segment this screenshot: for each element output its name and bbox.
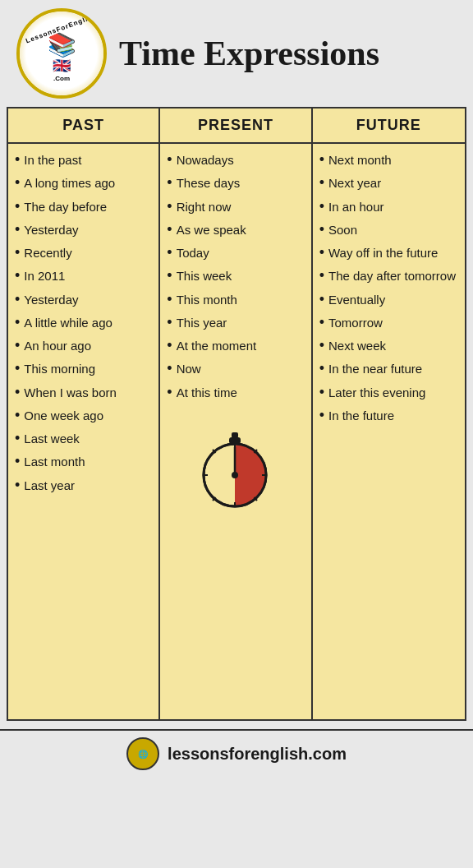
list-item: •In the near future: [319, 361, 458, 377]
list-item-text: Next month: [328, 152, 392, 169]
list-item-text: Now: [177, 361, 201, 377]
bullet-icon: •: [15, 222, 20, 238]
list-item-text: Nowadays: [177, 152, 234, 169]
past-header: PAST: [8, 108, 160, 142]
bullet-icon: •: [319, 408, 324, 424]
bullet-icon: •: [167, 292, 172, 308]
list-item: •When I was born: [15, 385, 152, 401]
list-item-text: When I was born: [24, 385, 117, 401]
list-item-text: This week: [177, 268, 232, 284]
bullet-icon: •: [15, 408, 20, 424]
list-item-text: Tomorrow: [328, 315, 383, 331]
list-item: •Eventually: [319, 292, 458, 308]
list-item: •Soon: [319, 222, 458, 238]
logo: LessonsForEnglish 📚 🇬🇧 .Com: [16, 8, 107, 99]
bullet-icon: •: [319, 268, 324, 284]
bullet-icon: •: [319, 152, 324, 169]
list-item: •These days: [167, 175, 304, 192]
bullet-icon: •: [15, 454, 20, 470]
bullet-icon: •: [15, 175, 20, 192]
list-item-text: In the future: [328, 408, 394, 424]
bullet-icon: •: [319, 361, 324, 377]
list-item-text: The day after tomorrow: [328, 268, 456, 284]
list-item-text: Eventually: [328, 292, 385, 308]
logo-flag-icon: 🇬🇧: [53, 57, 71, 75]
bullet-icon: •: [319, 338, 324, 354]
footer-logo-icon: 🌐: [138, 750, 148, 759]
bullet-icon: •: [15, 199, 20, 215]
future-column: •Next month•Next year•In an hour•Soon•Wa…: [313, 144, 465, 719]
list-item: •The day after tomorrow: [319, 268, 458, 284]
list-item: •Now: [167, 361, 304, 377]
list-item: •This month: [167, 292, 304, 308]
bullet-icon: •: [15, 315, 20, 331]
list-item-text: A long times ago: [24, 175, 115, 192]
future-header: FUTURE: [313, 108, 465, 142]
list-item: •Last year: [15, 478, 152, 494]
main-table: PAST PRESENT FUTURE •In the past•A long …: [7, 107, 466, 721]
list-item: •This morning: [15, 361, 152, 377]
list-item-text: This year: [177, 315, 227, 331]
bullet-icon: •: [167, 361, 172, 377]
list-item-text: In 2011: [24, 268, 65, 284]
list-item: •Next week: [319, 338, 458, 354]
list-item-text: Recently: [24, 245, 71, 261]
bullet-icon: •: [167, 222, 172, 238]
list-item-text: In an hour: [328, 199, 384, 215]
list-item-text: This month: [177, 292, 237, 308]
list-item-text: In the near future: [328, 361, 422, 377]
list-item-text: The day before: [24, 199, 107, 215]
list-item-text: Today: [177, 245, 209, 261]
list-item: •This year: [167, 315, 304, 331]
bullet-icon: •: [15, 361, 20, 377]
list-item-text: Last week: [24, 431, 80, 447]
bullet-icon: •: [15, 268, 20, 284]
bullet-icon: •: [167, 175, 172, 192]
bullet-icon: •: [15, 338, 20, 354]
table-body: •In the past•A long times ago•The day be…: [8, 144, 465, 719]
bullet-icon: •: [15, 152, 20, 169]
list-item-text: Yesterday: [24, 292, 78, 308]
list-item: •In the future: [319, 408, 458, 424]
list-item: •Way off in the future: [319, 245, 458, 261]
list-item: •As we speak: [167, 222, 304, 238]
list-item-text: At the moment: [177, 338, 257, 354]
list-item-text: Later this evening: [328, 385, 425, 401]
bullet-icon: •: [319, 222, 324, 238]
bullet-icon: •: [15, 385, 20, 401]
list-item: •The day before: [15, 199, 152, 215]
list-item-text: A little while ago: [24, 315, 113, 331]
list-item-text: In the past: [24, 152, 81, 169]
bullet-icon: •: [319, 175, 324, 192]
list-item-text: These days: [177, 175, 241, 192]
bullet-icon: •: [319, 245, 324, 261]
list-item-text: Yesterday: [24, 222, 78, 238]
list-item-text: Way off in the future: [328, 245, 438, 261]
bullet-icon: •: [15, 245, 20, 261]
bullet-icon: •: [167, 152, 172, 169]
list-item: •At this time: [167, 385, 304, 401]
present-header: PRESENT: [160, 108, 312, 142]
list-item: •This week: [167, 268, 304, 284]
list-item: •At the moment: [167, 338, 304, 354]
bullet-icon: •: [319, 315, 324, 331]
svg-rect-4: [229, 437, 241, 444]
list-item: •An hour ago: [15, 338, 152, 354]
bullet-icon: •: [167, 338, 172, 354]
list-item: •One week ago: [15, 408, 152, 424]
header: LessonsForEnglish 📚 🇬🇧 .Com Time Express…: [0, 0, 473, 107]
table-header: PAST PRESENT FUTURE: [8, 108, 465, 144]
bullet-icon: •: [15, 292, 20, 308]
bullet-icon: •: [15, 478, 20, 494]
list-item: •In an hour: [319, 199, 458, 215]
list-item-text: One week ago: [24, 408, 103, 424]
list-item: •In the past: [15, 152, 152, 169]
list-item-text: Next week: [328, 338, 386, 354]
list-item: •Today: [167, 245, 304, 261]
list-item-text: Soon: [328, 222, 357, 238]
list-item-text: Next year: [328, 175, 381, 192]
footer-url: lessonsforenglish.com: [168, 745, 347, 764]
page-title: Time Expressions: [119, 34, 379, 73]
footer-logo: 🌐: [126, 737, 159, 770]
stopwatch-icon: [196, 424, 274, 510]
